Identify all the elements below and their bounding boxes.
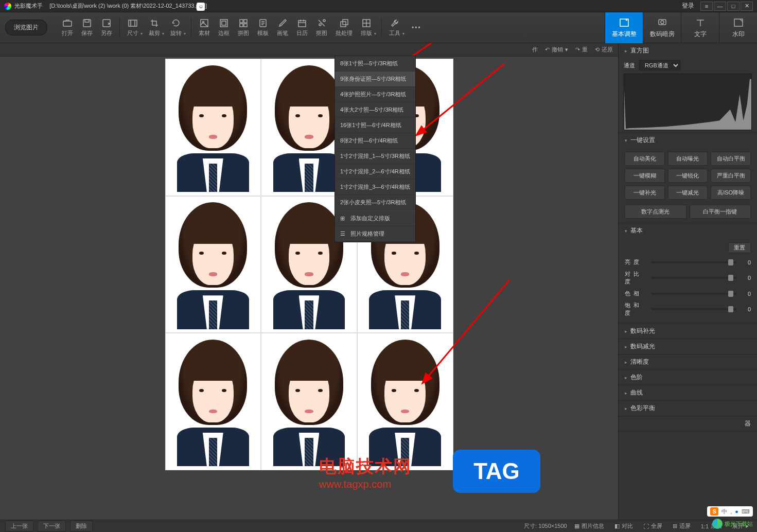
toolbar-more-icon[interactable]: •••: [407, 24, 427, 31]
slider-thumb[interactable]: [728, 291, 733, 297]
slider-thumb[interactable]: [728, 275, 733, 281]
tab-darkroom[interactable]: 数码暗房: [643, 12, 681, 43]
next-button[interactable]: 下一张: [38, 521, 66, 531]
dropdown-arrow-icon[interactable]: ▾: [184, 31, 186, 36]
dropdown-arrow-icon[interactable]: ▾: [402, 31, 404, 36]
tool-calendar[interactable]: 日历: [292, 16, 312, 39]
close-button[interactable]: ✕: [741, 2, 753, 11]
oneclick-button[interactable]: 数字点测光: [625, 205, 686, 219]
layout-option[interactable]: 4张大2寸照—5寸/3R相纸: [335, 102, 415, 118]
slider-thumb[interactable]: [728, 306, 733, 312]
restore-button[interactable]: ⟲ 还原: [595, 46, 613, 54]
reset-button[interactable]: 重置: [728, 242, 751, 253]
dropdown-arrow-icon[interactable]: ▾: [374, 31, 376, 36]
info-button[interactable]: ▦ 图片信息: [571, 522, 607, 530]
section-header[interactable]: ▸色阶: [619, 370, 757, 385]
tool-tools[interactable]: 工具: [385, 16, 404, 39]
layout-option[interactable]: 1寸2寸混排_3—6寸/4R相纸: [335, 180, 415, 195]
tool-cutout[interactable]: 抠图: [312, 16, 331, 39]
minimize-button[interactable]: —: [714, 2, 726, 11]
basic-header[interactable]: ▾基本: [619, 223, 757, 238]
section-header[interactable]: ▸数码减光: [619, 339, 757, 354]
layout-option[interactable]: 1寸2寸混排_2—6寸/4R相纸: [335, 164, 415, 180]
tool-brush[interactable]: 画笔: [273, 16, 292, 39]
channel-select[interactable]: RGB通道: [639, 60, 680, 70]
layout-option[interactable]: 16张1寸照—6寸/4R相纸: [335, 118, 415, 133]
tool-batch[interactable]: 批处理: [331, 16, 357, 39]
tool-label: 裁剪: [149, 29, 160, 37]
face-icon: ☺: [197, 3, 205, 11]
compare-button[interactable]: ◧ 对比: [611, 522, 636, 530]
save-icon: [81, 19, 93, 28]
oneclick-button[interactable]: 高ISO降噪: [711, 186, 751, 200]
tool-rotate[interactable]: 旋转: [166, 16, 186, 39]
browse-button[interactable]: 浏览图片: [5, 20, 47, 36]
redo-button[interactable]: ↷ 重: [575, 46, 588, 54]
section-header[interactable]: ▸清晰度: [619, 354, 757, 369]
tool-label: 另存: [101, 29, 112, 37]
tool-saveas[interactable]: 另存: [97, 16, 116, 39]
oneclick-button[interactable]: 自动曝光: [668, 152, 708, 166]
layout-option[interactable]: 8张1寸照—5寸/3R相纸: [335, 56, 415, 72]
tool-size[interactable]: 尺寸: [123, 16, 143, 39]
undo-button[interactable]: ↶ 撤销 ▾: [545, 46, 568, 54]
layout-option[interactable]: 4张护照照片—5寸/3R相纸: [335, 87, 415, 102]
oneclick-button[interactable]: 一键模糊: [625, 169, 665, 183]
manage-specs[interactable]: ☰照片规格管理: [335, 226, 415, 242]
svg-point-20: [661, 21, 664, 24]
tool-label: 旋转: [170, 29, 182, 37]
oneclick-button[interactable]: 自动美化: [625, 152, 665, 166]
tool-collage[interactable]: 拼图: [234, 16, 253, 39]
section-header[interactable]: ▸色彩平衡: [619, 401, 757, 416]
oneclick-section: ▾一键设置 自动美化自动曝光自动白平衡一键模糊一键锐化严重白平衡一键补光一键减光…: [619, 133, 757, 223]
oneclick-button[interactable]: 一键补光: [625, 186, 665, 200]
tool-open[interactable]: 打开: [58, 16, 77, 39]
tool-label: 抠图: [316, 29, 327, 37]
tool-template[interactable]: 模板: [253, 16, 273, 39]
maximize-button[interactable]: □: [727, 2, 740, 11]
dropdown-arrow-icon[interactable]: ▾: [162, 31, 164, 36]
tool-material[interactable]: 素材: [195, 16, 214, 39]
layout-option[interactable]: 9张身份证照—5寸/3R相纸: [335, 72, 415, 87]
slider-track[interactable]: [652, 261, 736, 263]
separator: [191, 17, 191, 38]
tool-crop[interactable]: 裁剪: [145, 16, 164, 39]
tool-label: 尺寸: [127, 29, 138, 37]
slider-label: 亮度: [625, 258, 647, 266]
histogram-header[interactable]: ▸直方图: [619, 43, 757, 58]
fit-button[interactable]: ⊞ 适屏: [670, 522, 694, 530]
section-header[interactable]: ▸曲线: [619, 385, 757, 400]
fullscreen-button[interactable]: ⛶ 全屏: [640, 522, 665, 530]
slider-track[interactable]: [652, 308, 736, 310]
login-label: 登录: [682, 2, 694, 10]
slider-track[interactable]: [652, 277, 736, 279]
delete-button[interactable]: 删除: [70, 521, 93, 531]
menu-button[interactable]: ≡: [700, 2, 713, 11]
oneclick-button[interactable]: 自动白平衡: [711, 152, 751, 166]
oneclick-header[interactable]: ▾一键设置: [619, 133, 757, 148]
tool-layout[interactable]: 排版: [357, 16, 376, 39]
oneclick-button[interactable]: 一键锐化: [668, 169, 708, 183]
tab-text[interactable]: 文字: [681, 12, 719, 43]
tool-border[interactable]: 边框: [214, 16, 234, 39]
layout-option[interactable]: 1寸2寸混排_1—5寸/3R相纸: [335, 149, 415, 164]
watermark-site: 电脑技术网 www.tagxp.com: [319, 455, 412, 490]
tool-save[interactable]: 保存: [77, 16, 97, 39]
login-button[interactable]: ☺ 登录: [677, 1, 699, 11]
oneclick-button[interactable]: 一键减光: [668, 186, 708, 200]
section-header[interactable]: ▸数码补光: [619, 324, 757, 339]
oneclick-button[interactable]: 白平衡一指键: [690, 205, 751, 219]
slider-value: 0: [741, 259, 751, 265]
svg-rect-8: [222, 21, 226, 25]
slider-thumb[interactable]: [728, 259, 733, 265]
tab-basic[interactable]: 基本调整: [605, 12, 643, 43]
add-custom-layout[interactable]: ⊞添加自定义排版: [335, 210, 415, 226]
oneclick-button[interactable]: 严重白平衡: [711, 169, 751, 183]
layout-option[interactable]: 2张小皮夹照—5寸/3R相纸: [335, 195, 415, 210]
tab-watermark[interactable]: 水印: [719, 12, 757, 43]
dropdown-arrow-icon[interactable]: ▾: [140, 31, 143, 36]
prev-button[interactable]: 上一张: [5, 521, 33, 531]
layout-option[interactable]: 8张2寸照—6寸/4R相纸: [335, 133, 415, 149]
titlebar: 光影魔术手 [D:\tools\桌面\work (2) \work (0) 素材…: [0, 0, 757, 12]
slider-track[interactable]: [652, 293, 736, 295]
